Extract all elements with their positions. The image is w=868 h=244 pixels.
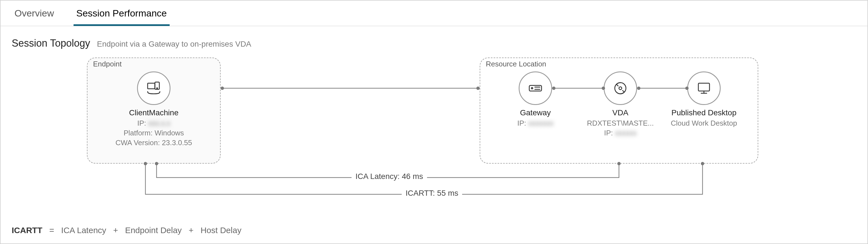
icartt-label: ICARTT:: [406, 189, 435, 197]
published-desktop-detail: Cloud Work Desktop: [662, 118, 746, 128]
formula-b: Endpoint Delay: [125, 225, 182, 235]
svg-rect-9: [699, 83, 710, 91]
connector-gateway-to-vda: [552, 85, 605, 91]
formula-c: Host Delay: [200, 225, 242, 235]
endpoint-cwa-label: CWA Version:: [115, 138, 160, 147]
tab-overview[interactable]: Overview: [12, 2, 57, 25]
vda-ip-value: xxxxxx: [615, 129, 637, 137]
tab-bar: Overview Session Performance: [1, 1, 867, 26]
metric-icartt: ICARTT: 55 ms: [402, 189, 462, 198]
formula-a: ICA Latency: [61, 225, 106, 235]
section-subtitle: Endpoint via a Gateway to on-premises VD…: [97, 39, 251, 48]
vda-icon: [603, 72, 637, 105]
content: Session Topology Endpoint via a Gateway …: [1, 26, 867, 228]
endpoint-meta: IP: xxx.x.x Platform: Windows CWA Versio…: [112, 118, 195, 148]
gateway-title: Gateway: [494, 108, 577, 117]
svg-point-4: [531, 88, 533, 89]
icartt-value: 55 ms: [437, 189, 458, 197]
vda-title: VDA: [579, 108, 662, 117]
svg-point-14: [476, 86, 480, 90]
published-desktop-icon: [687, 72, 721, 105]
connector-endpoint-to-resource: [221, 85, 480, 91]
formula-lhs: ICARTT: [12, 225, 42, 235]
node-published-desktop: Published Desktop Cloud Work Desktop: [662, 72, 746, 128]
section-title: Session Topology: [12, 37, 90, 49]
formula-plus1: +: [113, 225, 118, 235]
svg-rect-0: [148, 83, 155, 89]
formula-plus2: +: [189, 225, 194, 235]
gateway-icon: [519, 72, 552, 105]
gateway-ip-value: xxxxxxx: [528, 119, 554, 127]
connector-vda-to-published: [637, 85, 689, 91]
endpoint-ip-value: xxx.x.x: [148, 119, 170, 127]
svg-point-8: [619, 87, 622, 90]
topology-diagram: Endpoint Resource Location ClientMachine: [12, 55, 856, 228]
gateway-meta: IP: xxxxxxx: [494, 118, 577, 128]
svg-point-2: [157, 88, 158, 89]
page: Overview Session Performance Session Top…: [0, 0, 868, 244]
svg-point-17: [602, 86, 605, 90]
node-endpoint: ClientMachine IP: xxx.x.x Platform: Wind…: [112, 72, 195, 148]
svg-point-20: [685, 86, 689, 90]
vda-name: RDXTEST\MASTE...: [587, 119, 654, 127]
vda-meta: RDXTEST\MASTE... IP: xxxxxx: [579, 118, 662, 138]
formula: ICARTT = ICA Latency + Endpoint Delay + …: [12, 225, 242, 235]
endpoint-ip-label: IP:: [137, 119, 146, 127]
group-endpoint-label: Endpoint: [93, 60, 122, 69]
published-desktop-title: Published Desktop: [662, 108, 746, 117]
gateway-ip-label: IP:: [517, 119, 526, 127]
node-gateway: Gateway IP: xxxxxxx: [494, 72, 577, 128]
node-vda: VDA RDXTEST\MASTE... IP: xxxxxx: [579, 72, 662, 138]
endpoint-cwa-value: 23.3.0.55: [162, 138, 192, 147]
group-resource-label: Resource Location: [486, 60, 546, 69]
vda-ip-label: IP:: [604, 129, 613, 137]
endpoint-icon: [137, 72, 170, 105]
formula-eq: =: [49, 225, 54, 235]
tab-session-performance[interactable]: Session Performance: [73, 2, 169, 25]
endpoint-platform-value: Windows: [155, 129, 184, 137]
endpoint-title: ClientMachine: [112, 108, 195, 117]
endpoint-platform-label: Platform:: [124, 129, 153, 137]
